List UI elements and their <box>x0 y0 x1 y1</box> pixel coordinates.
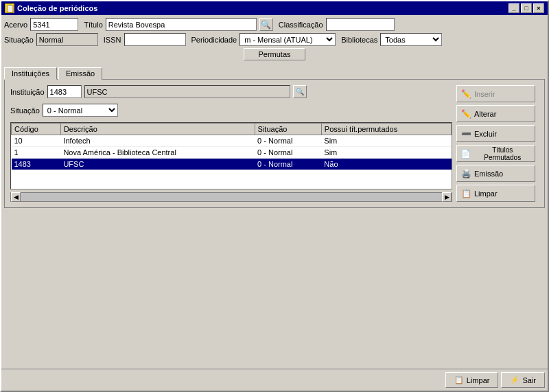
inserir-label: Inserir <box>474 90 495 98</box>
situacao-form-select[interactable]: 0 - Normal 1 - Inativo 2 - Suspenso <box>43 104 118 117</box>
cell-descricao: Infotech <box>60 135 255 147</box>
top-row-2: Situação ISSN Periodicidade m - Mensal (… <box>4 33 545 46</box>
scroll-left-arrow[interactable]: ◀ <box>11 192 21 202</box>
col-situacao: Situação <box>255 124 321 135</box>
bottom-bar: 📋 Limpar ⚡ Sair <box>1 369 548 391</box>
bibliotecas-label: Bibliotecas <box>341 36 377 44</box>
alterar-button[interactable]: ✏️ Alterar <box>456 105 535 122</box>
cell-possui: Não <box>321 159 451 170</box>
scroll-track[interactable] <box>21 193 442 201</box>
limpar-right-icon: 📋 <box>460 188 471 199</box>
col-possui: Possui tít.permutados <box>321 124 451 135</box>
situacao-display <box>36 33 98 46</box>
tab-content: Instituição 🔍 Situação 0 - Normal 1 - In… <box>4 79 545 208</box>
permutas-tab-area: Permutas <box>4 48 545 60</box>
title-bar-left: 📋 Coleção de periódicos <box>5 3 97 13</box>
emissao-icon: 🖨️ <box>460 168 471 179</box>
limpar-bottom-label: Limpar <box>467 376 490 384</box>
title-bar-buttons: _ □ × <box>509 3 544 13</box>
acervo-input[interactable] <box>30 18 78 31</box>
situacao-label: Situação <box>4 36 34 44</box>
inserir-button[interactable]: ✏️ Inserir <box>456 85 535 102</box>
titulos-permutados-button[interactable]: 📄 Títulos Permutados <box>456 145 535 162</box>
minimize-button[interactable]: _ <box>509 3 519 13</box>
main-area: Instituição 🔍 Situação 0 - Normal 1 - In… <box>10 85 539 202</box>
title-bar: 📋 Coleção de periódicos _ □ × <box>1 1 548 15</box>
alterar-icon: ✏️ <box>460 108 471 119</box>
instituicao-search-button[interactable]: 🔍 <box>293 85 307 98</box>
instituicao-code-input[interactable] <box>47 85 82 98</box>
cell-codigo: 1483 <box>12 159 61 170</box>
titulos-icon: 📄 <box>460 148 471 159</box>
content-area: Acervo Título 🔍 Classificação Situação I… <box>1 15 548 369</box>
limpar-right-button[interactable]: 📋 Limpar <box>456 185 535 202</box>
cell-possui: Sim <box>321 135 451 147</box>
left-panel: Instituição 🔍 Situação 0 - Normal 1 - In… <box>10 85 452 202</box>
main-window: 📋 Coleção de periódicos _ □ × Acervo Tít… <box>0 0 549 392</box>
bibliotecas-select[interactable]: Todas <box>380 33 442 46</box>
scroll-right-arrow[interactable]: ▶ <box>442 192 452 202</box>
cell-situacao: 0 - Normal <box>255 147 321 159</box>
maximize-button[interactable]: □ <box>521 3 532 13</box>
instituicao-name-input <box>84 85 290 98</box>
table-row[interactable]: 1483UFSC0 - NormalNão <box>12 159 452 170</box>
limpar-bottom-icon: 📋 <box>454 376 464 384</box>
table-row[interactable]: 1Nova América - Biblioteca Central0 - No… <box>12 147 452 159</box>
titulos-permutados-label: Títulos Permutados <box>474 146 531 161</box>
classificacao-label: Classificação <box>279 21 323 29</box>
classificacao-input[interactable] <box>326 18 395 31</box>
cell-situacao: 0 - Normal <box>255 135 321 147</box>
cell-codigo: 10 <box>12 135 61 147</box>
col-descricao: Descrição <box>60 124 255 135</box>
close-button[interactable]: × <box>533 3 544 13</box>
tab-instituicoes[interactable]: Instituições <box>4 67 57 80</box>
top-row-1: Acervo Título 🔍 Classificação <box>4 18 545 31</box>
cell-descricao: UFSC <box>60 159 255 170</box>
window-title: Coleção de periódicos <box>17 4 97 12</box>
issn-label: ISSN <box>104 36 121 44</box>
issn-input[interactable] <box>124 33 186 46</box>
titulo-search-button[interactable]: 🔍 <box>259 18 273 31</box>
situacao-form-label: Situação <box>10 106 40 115</box>
inserir-icon: ✏️ <box>460 89 471 100</box>
excluir-label: Excluir <box>474 130 497 138</box>
window-icon: 📋 <box>5 3 14 13</box>
excluir-icon: ➖ <box>460 128 471 139</box>
emissao-button[interactable]: 🖨️ Emissão <box>456 165 535 182</box>
cell-codigo: 1 <box>12 147 61 159</box>
table-container[interactable]: Código Descrição Situação Possui tít.per… <box>10 122 452 189</box>
emissao-label: Emissão <box>474 170 503 178</box>
table-row[interactable]: 10Infotech0 - NormalSim <box>12 135 452 147</box>
instituicao-row: Instituição 🔍 <box>10 85 452 98</box>
col-codigo: Código <box>12 124 61 135</box>
sair-label: Sair <box>522 376 536 384</box>
situacao-row: Situação 0 - Normal 1 - Inativo 2 - Susp… <box>10 104 452 117</box>
sair-button[interactable]: ⚡ Sair <box>501 372 545 388</box>
horizontal-scrollbar[interactable]: ◀ ▶ <box>10 192 452 202</box>
excluir-button[interactable]: ➖ Excluir <box>456 125 535 142</box>
cell-possui: Sim <box>321 147 451 159</box>
periodicidade-select[interactable]: m - Mensal (ATUAL) <box>240 33 336 46</box>
tab-bar: Instituições Emissão <box>4 67 545 79</box>
institutions-table: Código Descrição Situação Possui tít.per… <box>11 123 452 170</box>
cell-situacao: 0 - Normal <box>255 159 321 170</box>
titulo-label: Título <box>84 21 103 29</box>
periodicidade-label: Periodicidade <box>191 36 237 44</box>
limpar-bottom-button[interactable]: 📋 Limpar <box>445 372 499 388</box>
tab-emissao[interactable]: Emissão <box>58 67 102 80</box>
acervo-label: Acervo <box>4 21 27 29</box>
titulo-input[interactable] <box>106 18 257 31</box>
tab-container: Instituições Emissão Instituição 🔍 <box>4 67 545 208</box>
limpar-right-label: Limpar <box>474 189 498 198</box>
right-panel: ✏️ Inserir ✏️ Alterar ➖ Excluir 📄 <box>456 85 539 202</box>
cell-descricao: Nova América - Biblioteca Central <box>60 147 255 159</box>
alterar-label: Alterar <box>474 110 496 118</box>
sair-icon: ⚡ <box>510 376 519 384</box>
permutas-tab[interactable]: Permutas <box>244 48 305 60</box>
instituicao-label: Instituição <box>10 88 45 96</box>
